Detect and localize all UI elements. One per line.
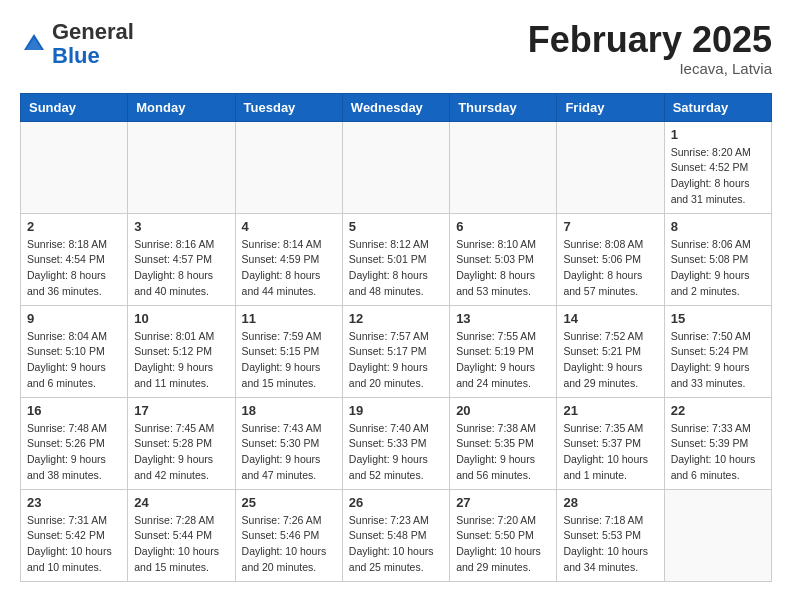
calendar-cell: 19Sunrise: 7:40 AMSunset: 5:33 PMDayligh… — [342, 397, 449, 489]
calendar-cell: 10Sunrise: 8:01 AMSunset: 5:12 PMDayligh… — [128, 305, 235, 397]
calendar-cell: 13Sunrise: 7:55 AMSunset: 5:19 PMDayligh… — [450, 305, 557, 397]
title-block: February 2025 Iecava, Latvia — [528, 20, 772, 77]
calendar-cell: 28Sunrise: 7:18 AMSunset: 5:53 PMDayligh… — [557, 489, 664, 581]
day-number: 25 — [242, 495, 336, 510]
day-info: Sunrise: 8:06 AMSunset: 5:08 PMDaylight:… — [671, 237, 765, 300]
calendar-cell: 12Sunrise: 7:57 AMSunset: 5:17 PMDayligh… — [342, 305, 449, 397]
day-number: 5 — [349, 219, 443, 234]
week-row-5: 23Sunrise: 7:31 AMSunset: 5:42 PMDayligh… — [21, 489, 772, 581]
day-info: Sunrise: 8:08 AMSunset: 5:06 PMDaylight:… — [563, 237, 657, 300]
day-info: Sunrise: 7:55 AMSunset: 5:19 PMDaylight:… — [456, 329, 550, 392]
calendar-cell — [557, 121, 664, 213]
calendar-cell: 11Sunrise: 7:59 AMSunset: 5:15 PMDayligh… — [235, 305, 342, 397]
calendar-cell — [450, 121, 557, 213]
day-info: Sunrise: 8:14 AMSunset: 4:59 PMDaylight:… — [242, 237, 336, 300]
day-number: 18 — [242, 403, 336, 418]
day-info: Sunrise: 7:38 AMSunset: 5:35 PMDaylight:… — [456, 421, 550, 484]
calendar-cell: 5Sunrise: 8:12 AMSunset: 5:01 PMDaylight… — [342, 213, 449, 305]
calendar-cell: 1Sunrise: 8:20 AMSunset: 4:52 PMDaylight… — [664, 121, 771, 213]
day-info: Sunrise: 8:01 AMSunset: 5:12 PMDaylight:… — [134, 329, 228, 392]
day-number: 10 — [134, 311, 228, 326]
calendar-cell — [235, 121, 342, 213]
day-number: 19 — [349, 403, 443, 418]
day-info: Sunrise: 7:35 AMSunset: 5:37 PMDaylight:… — [563, 421, 657, 484]
calendar-cell: 20Sunrise: 7:38 AMSunset: 5:35 PMDayligh… — [450, 397, 557, 489]
day-number: 15 — [671, 311, 765, 326]
logo-blue-text: Blue — [52, 43, 100, 68]
day-number: 20 — [456, 403, 550, 418]
day-info: Sunrise: 8:12 AMSunset: 5:01 PMDaylight:… — [349, 237, 443, 300]
day-number: 21 — [563, 403, 657, 418]
logo-general-text: General — [52, 19, 134, 44]
day-info: Sunrise: 7:48 AMSunset: 5:26 PMDaylight:… — [27, 421, 121, 484]
day-info: Sunrise: 8:18 AMSunset: 4:54 PMDaylight:… — [27, 237, 121, 300]
calendar-cell — [128, 121, 235, 213]
calendar-table: SundayMondayTuesdayWednesdayThursdayFrid… — [20, 93, 772, 582]
day-info: Sunrise: 7:26 AMSunset: 5:46 PMDaylight:… — [242, 513, 336, 576]
weekday-header-friday: Friday — [557, 93, 664, 121]
day-info: Sunrise: 7:59 AMSunset: 5:15 PMDaylight:… — [242, 329, 336, 392]
day-number: 16 — [27, 403, 121, 418]
day-info: Sunrise: 8:10 AMSunset: 5:03 PMDaylight:… — [456, 237, 550, 300]
calendar-cell: 16Sunrise: 7:48 AMSunset: 5:26 PMDayligh… — [21, 397, 128, 489]
calendar-cell: 9Sunrise: 8:04 AMSunset: 5:10 PMDaylight… — [21, 305, 128, 397]
location: Iecava, Latvia — [528, 60, 772, 77]
day-number: 13 — [456, 311, 550, 326]
calendar-cell: 18Sunrise: 7:43 AMSunset: 5:30 PMDayligh… — [235, 397, 342, 489]
calendar-cell: 14Sunrise: 7:52 AMSunset: 5:21 PMDayligh… — [557, 305, 664, 397]
day-info: Sunrise: 7:28 AMSunset: 5:44 PMDaylight:… — [134, 513, 228, 576]
calendar-cell: 2Sunrise: 8:18 AMSunset: 4:54 PMDaylight… — [21, 213, 128, 305]
day-info: Sunrise: 7:18 AMSunset: 5:53 PMDaylight:… — [563, 513, 657, 576]
logo-icon — [20, 30, 48, 58]
weekday-header-thursday: Thursday — [450, 93, 557, 121]
day-number: 24 — [134, 495, 228, 510]
day-number: 1 — [671, 127, 765, 142]
day-info: Sunrise: 7:43 AMSunset: 5:30 PMDaylight:… — [242, 421, 336, 484]
calendar-cell: 4Sunrise: 8:14 AMSunset: 4:59 PMDaylight… — [235, 213, 342, 305]
week-row-1: 1Sunrise: 8:20 AMSunset: 4:52 PMDaylight… — [21, 121, 772, 213]
calendar-cell: 23Sunrise: 7:31 AMSunset: 5:42 PMDayligh… — [21, 489, 128, 581]
weekday-header-sunday: Sunday — [21, 93, 128, 121]
day-number: 2 — [27, 219, 121, 234]
day-info: Sunrise: 8:20 AMSunset: 4:52 PMDaylight:… — [671, 145, 765, 208]
calendar-cell: 6Sunrise: 8:10 AMSunset: 5:03 PMDaylight… — [450, 213, 557, 305]
calendar-cell — [21, 121, 128, 213]
day-info: Sunrise: 7:40 AMSunset: 5:33 PMDaylight:… — [349, 421, 443, 484]
calendar-cell: 3Sunrise: 8:16 AMSunset: 4:57 PMDaylight… — [128, 213, 235, 305]
week-row-2: 2Sunrise: 8:18 AMSunset: 4:54 PMDaylight… — [21, 213, 772, 305]
day-info: Sunrise: 7:45 AMSunset: 5:28 PMDaylight:… — [134, 421, 228, 484]
day-info: Sunrise: 8:04 AMSunset: 5:10 PMDaylight:… — [27, 329, 121, 392]
day-number: 14 — [563, 311, 657, 326]
day-number: 9 — [27, 311, 121, 326]
month-title: February 2025 — [528, 20, 772, 60]
day-info: Sunrise: 7:50 AMSunset: 5:24 PMDaylight:… — [671, 329, 765, 392]
day-number: 8 — [671, 219, 765, 234]
weekday-header-row: SundayMondayTuesdayWednesdayThursdayFrid… — [21, 93, 772, 121]
week-row-4: 16Sunrise: 7:48 AMSunset: 5:26 PMDayligh… — [21, 397, 772, 489]
weekday-header-tuesday: Tuesday — [235, 93, 342, 121]
week-row-3: 9Sunrise: 8:04 AMSunset: 5:10 PMDaylight… — [21, 305, 772, 397]
calendar-cell: 17Sunrise: 7:45 AMSunset: 5:28 PMDayligh… — [128, 397, 235, 489]
day-info: Sunrise: 7:31 AMSunset: 5:42 PMDaylight:… — [27, 513, 121, 576]
day-number: 22 — [671, 403, 765, 418]
calendar-cell: 25Sunrise: 7:26 AMSunset: 5:46 PMDayligh… — [235, 489, 342, 581]
day-number: 6 — [456, 219, 550, 234]
calendar-cell: 21Sunrise: 7:35 AMSunset: 5:37 PMDayligh… — [557, 397, 664, 489]
day-number: 17 — [134, 403, 228, 418]
calendar-cell: 26Sunrise: 7:23 AMSunset: 5:48 PMDayligh… — [342, 489, 449, 581]
day-number: 26 — [349, 495, 443, 510]
day-number: 4 — [242, 219, 336, 234]
day-info: Sunrise: 7:52 AMSunset: 5:21 PMDaylight:… — [563, 329, 657, 392]
calendar-cell: 7Sunrise: 8:08 AMSunset: 5:06 PMDaylight… — [557, 213, 664, 305]
calendar-cell: 8Sunrise: 8:06 AMSunset: 5:08 PMDaylight… — [664, 213, 771, 305]
weekday-header-wednesday: Wednesday — [342, 93, 449, 121]
day-number: 28 — [563, 495, 657, 510]
calendar-cell: 24Sunrise: 7:28 AMSunset: 5:44 PMDayligh… — [128, 489, 235, 581]
day-info: Sunrise: 7:57 AMSunset: 5:17 PMDaylight:… — [349, 329, 443, 392]
logo: General Blue — [20, 20, 134, 68]
day-number: 12 — [349, 311, 443, 326]
day-number: 27 — [456, 495, 550, 510]
calendar-cell — [342, 121, 449, 213]
calendar-cell — [664, 489, 771, 581]
day-number: 7 — [563, 219, 657, 234]
